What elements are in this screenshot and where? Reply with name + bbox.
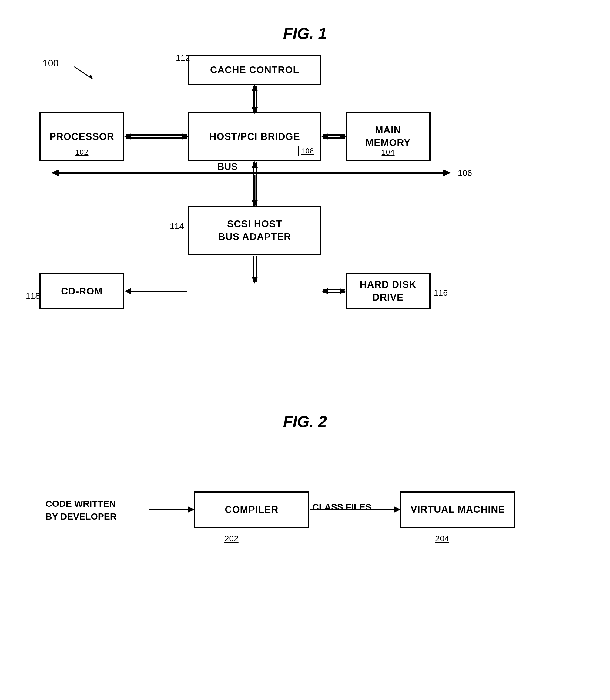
fig2-title: FIG. 2	[0, 413, 610, 431]
ref-102: 102	[75, 148, 88, 157]
svg-marker-16	[321, 133, 328, 140]
svg-marker-20	[443, 169, 451, 176]
svg-marker-37	[252, 200, 258, 207]
ref-112: 112	[176, 53, 190, 63]
ref-116: 116	[434, 288, 448, 298]
fig1-title: FIG. 1	[0, 24, 610, 43]
svg-marker-17	[340, 133, 346, 140]
svg-marker-25	[252, 161, 258, 168]
ref-118: 118	[26, 291, 40, 301]
ref-108: 108	[298, 146, 317, 157]
svg-marker-12	[124, 133, 131, 140]
svg-marker-1	[89, 74, 93, 79]
svg-marker-19	[51, 169, 60, 176]
host-pci-bridge-box: HOST/PCI BRIDGE 108	[188, 112, 321, 161]
cache-control-box: CACHE CONTROL	[188, 54, 321, 85]
fig2-arrows	[0, 443, 546, 570]
svg-marker-28	[124, 288, 131, 294]
svg-text:106: 106	[458, 168, 472, 178]
ref-114: 114	[170, 221, 184, 231]
fig1-section: FIG. 1 100 CACHE CONTROL 112 HOST/PCI BR…	[0, 18, 610, 367]
svg-marker-32	[340, 288, 346, 294]
diagram-ref-100: 100	[43, 58, 59, 69]
ref-100-arrow	[73, 65, 97, 83]
svg-marker-13	[182, 133, 189, 140]
ref-104: 104	[381, 148, 395, 157]
svg-marker-26	[252, 200, 258, 207]
cd-rom-box: CD-ROM	[39, 273, 124, 309]
svg-text:BUS: BUS	[217, 161, 238, 172]
svg-marker-8	[252, 84, 258, 91]
svg-marker-3	[252, 85, 257, 91]
svg-marker-31	[321, 288, 328, 294]
fig2-diagram: CODE WRITTEN BY DEVELOPER COMPILER 202 C…	[0, 443, 610, 625]
fig2-section: FIG. 2 CODE WRITTEN BY DEVELOPER COMPILE…	[0, 394, 610, 667]
hard-disk-box: HARD DISK DRIVE	[346, 273, 431, 309]
main-memory-box: MAIN MEMORY 104	[346, 112, 431, 161]
processor-box: PROCESSOR 102	[39, 112, 124, 161]
page-container: FIG. 1 100 CACHE CONTROL 112 HOST/PCI BR…	[0, 0, 610, 700]
svg-marker-35	[252, 277, 258, 284]
svg-marker-42	[394, 507, 401, 512]
svg-marker-40	[188, 507, 195, 512]
scsi-host-box: SCSI HOST BUS ADAPTER	[188, 206, 321, 255]
